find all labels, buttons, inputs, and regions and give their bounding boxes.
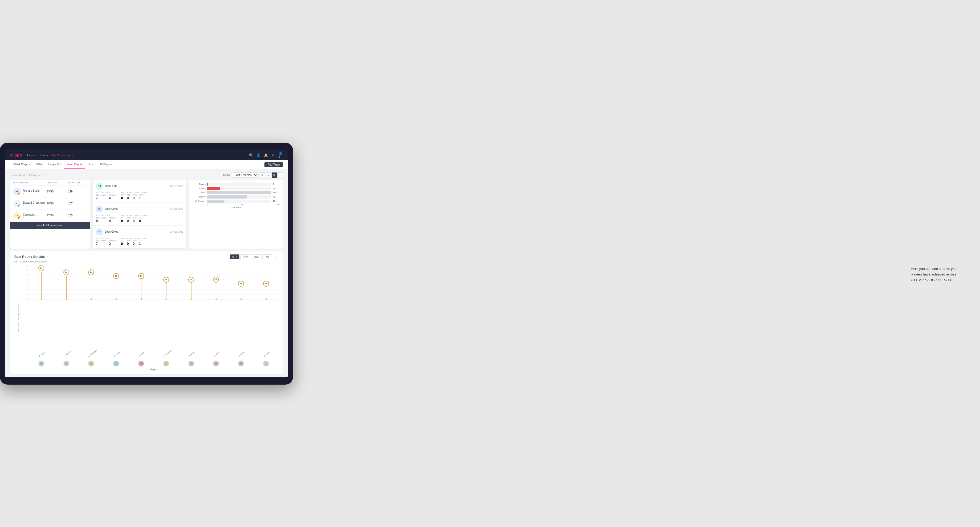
player-card-2: JC Josh Coles 26 Aug 2023 Total Rounds T… <box>93 203 186 226</box>
profile-icon[interactable]: 👤▾ <box>278 153 283 157</box>
player-name-2: Edward Crossman <box>23 201 45 204</box>
player-name-1: Richard Butler <box>23 189 40 192</box>
show-label: Show <box>223 173 230 176</box>
user-icon[interactable]: 👤 <box>256 153 261 157</box>
chart-area: 7 6 5 4 3 2 1 0 <box>22 265 278 371</box>
streak-bar-butler: 3x <box>238 281 244 300</box>
practice-1: 6 <box>109 196 116 200</box>
callout-text: Here you can see streaks your players ha… <box>911 266 964 283</box>
three-col-layout: PLAYER NAME PB SCORE PB AVG SQ RB 1 <box>10 180 283 249</box>
list-view-btn[interactable]: ≡ <box>266 173 271 178</box>
logo: clippd <box>10 153 22 157</box>
callout-annotation: Here you can see streaks your players ha… <box>911 266 964 283</box>
navbar: clippd Home Teams My Performance 🔍 👤 🔔 ⚙… <box>5 150 288 160</box>
player-row-2[interactable]: EC 2 Edward Crossman ♥ 18/20 107 <box>10 198 90 210</box>
card-avatar-2: JC <box>96 205 103 213</box>
total-rounds-label-1: Total Rounds <box>96 192 116 194</box>
filter-app[interactable]: APP <box>240 254 250 259</box>
player-cards-panel: RB Rees Britt 02 Sep 2023 Total Rounds <box>93 180 186 249</box>
player-row-3[interactable]: CA 3 Cameron... ♥ 17/20 103 <box>10 210 90 222</box>
filter-putt[interactable]: PUTT <box>262 254 274 259</box>
pb-avg-3: 103 <box>68 214 87 217</box>
streak-bar-billingham: 6x <box>88 269 94 300</box>
streaks-section: Best Round Streaks ← OTT APP ARG PUTT ← … <box>10 251 283 374</box>
streak-bar-crossman: 4x <box>163 277 169 300</box>
col-pb-score: PB SCORE <box>47 181 68 184</box>
card-avatar-1: RB <box>96 183 103 189</box>
pb-score-3: 17/20 <box>47 214 68 217</box>
bar-pars: Pars 499 <box>192 191 280 194</box>
leaderboard-header: PLAYER NAME PB SCORE PB AVG SQ <box>10 180 90 186</box>
player-card-3: JC Josh Coles 26 Aug 2023 Total Rounds T… <box>93 226 186 249</box>
settings-icon[interactable]: ⚙ <box>271 153 275 157</box>
card-name-1: Rees Britt <box>105 184 117 187</box>
view-leaderboard-btn[interactable]: View Full Leaderboard <box>10 222 90 229</box>
avatar-3: CA 3 <box>13 212 21 219</box>
grid-view-btn[interactable]: ⊞ <box>260 173 265 178</box>
bar-birdies: Birdies 96 <box>192 187 280 190</box>
putt-1: 1 <box>139 196 143 200</box>
filter-ott[interactable]: OTT <box>230 254 239 259</box>
view-icons: ⊞ ≡ ▤ ↕ <box>260 173 283 178</box>
app-1: 0 <box>127 196 130 200</box>
card-view-btn[interactable]: ▤ <box>272 173 277 178</box>
search-icon[interactable]: 🔍 <box>249 153 253 157</box>
player-row-1[interactable]: RB 1 Richard Butler ♥ 19/20 110 <box>10 186 90 198</box>
streak-bar-britt: 5x <box>138 273 144 300</box>
streak-bar-mcherg: 6x <box>64 269 69 300</box>
streak-bars: 7x 6x <box>29 265 278 300</box>
avatar-1: RB 1 <box>13 188 21 195</box>
nav-my-performance[interactable]: My Performance <box>52 154 74 157</box>
tab-tour[interactable]: Tour <box>85 160 96 169</box>
card-name-3: Josh Coles <box>105 230 118 233</box>
streak-bar-coles: 5x <box>113 273 119 300</box>
player-info-2: EC 2 Edward Crossman ♥ <box>13 200 47 207</box>
player-card-1: RB Rees Britt 02 Sep 2023 Total Rounds <box>93 180 186 203</box>
tab-all-players[interactable]: All Players <box>96 160 115 169</box>
streak-bar-ewert: 7x <box>38 265 44 300</box>
card-date-1: 02 Sep 2023 <box>170 185 183 187</box>
bar-dbogeys: D. Bogeys + 131 <box>192 200 280 203</box>
y-axis-label: Best Streak, Fairway Accuracy <box>18 303 20 332</box>
tab-team-clippd[interactable]: Team Clippd <box>64 160 85 169</box>
chart-subtitle: Off The Tee, Fairway Accuracy <box>14 260 278 263</box>
card-date-2: 26 Aug 2023 <box>170 208 183 210</box>
tab-pgat-players[interactable]: PGAT Players <box>10 160 33 169</box>
tab-hcaps[interactable]: Hcaps 1-5 <box>45 160 64 169</box>
streaks-header: Best Round Streaks ← OTT APP ARG PUTT ← <box>14 254 278 259</box>
player-info-1: RB 1 Richard Butler ♥ <box>13 188 47 195</box>
arrow-right-icon: ← <box>274 254 278 259</box>
col-player-name: PLAYER NAME <box>13 181 47 184</box>
streaks-title: Best Round Streaks <box>14 255 45 259</box>
nav-links: Home Teams My Performance <box>27 154 73 157</box>
show-controls: Show Last 3 months ⊞ ≡ ▤ ↕ <box>223 173 283 178</box>
period-select[interactable]: Last 3 months <box>232 173 258 178</box>
filter-arg[interactable]: ARG <box>251 254 261 259</box>
nav-home[interactable]: Home <box>27 154 35 157</box>
filter-buttons: OTT APP ARG PUTT ← <box>230 254 278 259</box>
arg-1: 0 <box>133 196 137 200</box>
pb-score-2: 18/20 <box>47 202 68 205</box>
bell-icon[interactable]: 🔔 <box>264 153 268 157</box>
add-team-button[interactable]: Add Team <box>264 162 283 167</box>
streak-bar-miller: 4x <box>213 277 219 300</box>
player-card-header-2: JC Josh Coles 26 Aug 2023 <box>96 205 183 213</box>
team-header: Team Clippd | 14 Players ✏ Show Last 3 m… <box>10 173 283 178</box>
leaderboard-panel: PLAYER NAME PB SCORE PB AVG SQ RB 1 <box>10 180 90 249</box>
bar-chart-panel: Eagles 3 Birdies <box>189 180 283 249</box>
player-name-3: Cameron... <box>23 213 36 216</box>
edit-icon[interactable]: ✏ <box>41 173 44 176</box>
table-view-btn[interactable]: ↕ <box>277 173 283 178</box>
nav-right: 🔍 👤 🔔 ⚙ 👤▾ <box>249 153 283 157</box>
pb-avg-1: 110 <box>68 190 87 193</box>
card-date-3: 26 Aug 2023 <box>170 230 183 233</box>
player-avatars: EE BM DB JC RB EC DF MM RB CQ <box>29 360 278 367</box>
bar-bogeys: Bogeys 311 <box>192 195 280 198</box>
streak-bar-ford: 4x <box>188 277 194 300</box>
streak-chart-wrapper: Best Streak, Fairway Accuracy 7 6 5 4 3 <box>14 265 278 371</box>
nav-teams[interactable]: Teams <box>40 154 48 157</box>
tab-pga[interactable]: PGA <box>33 160 45 169</box>
rank-badge-1: 1 <box>18 192 21 195</box>
tournament-1: 7 <box>96 196 106 200</box>
player-info-3: CA 3 Cameron... ♥ <box>13 212 47 219</box>
